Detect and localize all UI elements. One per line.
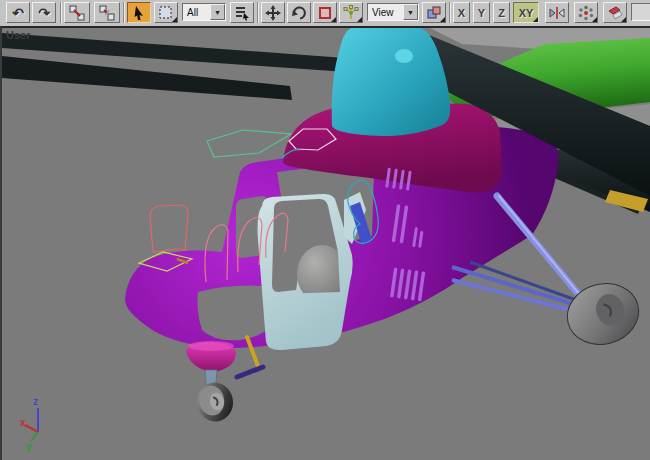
select-and-manipulate-button[interactable] xyxy=(339,2,363,23)
gizmo-y-label: y xyxy=(26,441,32,452)
flyout-corner xyxy=(592,17,597,22)
toolbar-separator xyxy=(449,2,451,23)
undo-icon: ↶ xyxy=(12,6,24,20)
toolbar-separator xyxy=(60,2,62,23)
rotor-pylon-cyan[interactable] xyxy=(332,28,451,136)
unlink-selection-icon xyxy=(99,5,115,21)
flyout-corner xyxy=(172,17,177,22)
application-window: { "toolbar": { "glyphs": { "undo": "↶", … xyxy=(0,0,650,460)
toolbar-separator xyxy=(257,2,259,23)
viewport-label[interactable]: User xyxy=(6,29,30,41)
restrict-x-label: X xyxy=(458,7,465,19)
flyout-corner xyxy=(621,17,626,22)
gizmo-z-label: z xyxy=(33,396,38,407)
viewport-scene: z x y xyxy=(2,28,650,460)
named-selection-sets-field[interactable] xyxy=(631,3,650,21)
main-toolbar: ↶ ↷ All ▼ xyxy=(0,0,650,27)
align-button[interactable] xyxy=(603,2,627,23)
selection-filter-value: All xyxy=(183,4,210,20)
unlink-selection-button[interactable] xyxy=(94,2,120,23)
restrict-y-label: Y xyxy=(478,7,485,19)
select-and-scale-button[interactable] xyxy=(313,2,337,23)
coordinate-system-value: View xyxy=(368,4,403,20)
gizmo-x-label: x xyxy=(20,417,26,428)
restrict-x-button[interactable]: X xyxy=(453,2,470,23)
array-button[interactable] xyxy=(574,2,598,23)
select-by-name-icon xyxy=(234,5,250,21)
select-and-move-icon xyxy=(265,5,281,21)
rectangular-selection-button[interactable] xyxy=(154,2,178,23)
dropdown-arrow-icon[interactable]: ▼ xyxy=(403,4,418,20)
flyout-corner xyxy=(357,17,362,22)
select-object-button[interactable] xyxy=(127,2,151,23)
select-object-cursor-icon xyxy=(131,5,147,21)
restrict-z-label: Z xyxy=(498,7,505,19)
redo-icon: ↷ xyxy=(38,6,50,20)
use-pivot-point-button[interactable] xyxy=(422,2,446,23)
flyout-corner xyxy=(331,17,336,22)
undo-button[interactable]: ↶ xyxy=(6,2,30,23)
restrict-xy-plane-button[interactable]: XY xyxy=(513,2,539,23)
flyout-corner xyxy=(533,17,538,22)
pylon-blister xyxy=(395,49,413,63)
select-and-link-icon xyxy=(69,5,85,21)
select-and-move-button[interactable] xyxy=(261,2,285,23)
restrict-xy-label: XY xyxy=(519,7,534,19)
select-and-rotate-button[interactable] xyxy=(287,2,311,23)
select-and-rotate-icon xyxy=(291,5,307,21)
select-by-name-button[interactable] xyxy=(230,2,254,23)
gear-bowl-rim xyxy=(188,341,234,351)
dropdown-arrow-icon[interactable]: ▼ xyxy=(210,4,225,20)
coordinate-system-dropdown[interactable]: View ▼ xyxy=(367,3,419,21)
restrict-z-button[interactable]: Z xyxy=(493,2,510,23)
toolbar-separator xyxy=(123,2,125,23)
flyout-corner xyxy=(440,17,445,22)
selection-filter-dropdown[interactable]: All ▼ xyxy=(182,3,226,21)
select-and-link-button[interactable] xyxy=(64,2,90,23)
mirror-icon xyxy=(549,5,565,21)
mirror-button[interactable] xyxy=(545,2,569,23)
redo-button[interactable]: ↷ xyxy=(32,2,56,23)
restrict-y-button[interactable]: Y xyxy=(473,2,490,23)
